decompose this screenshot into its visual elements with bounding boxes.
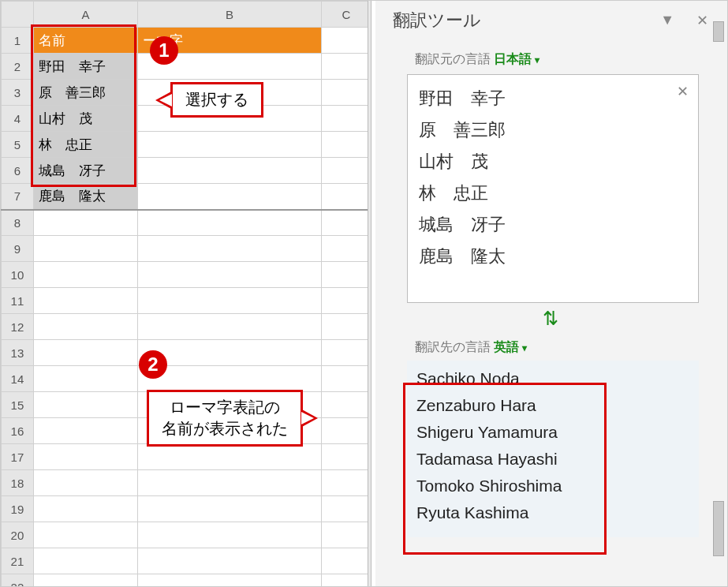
target-language-dropdown[interactable]: 英語▾ [494, 340, 527, 353]
row-header[interactable]: 2 [2, 54, 34, 80]
data-row-18[interactable]: 18 [2, 470, 371, 496]
row-header[interactable]: 9 [2, 236, 34, 262]
cell[interactable] [321, 470, 371, 496]
row-header[interactable]: 1 [2, 28, 34, 54]
row-header[interactable]: 13 [2, 340, 34, 366]
cell[interactable] [33, 366, 138, 392]
swap-languages-icon[interactable]: ⇅ [543, 308, 558, 329]
cell[interactable] [33, 496, 138, 522]
cell[interactable] [138, 236, 321, 262]
cell[interactable] [321, 548, 371, 574]
cell[interactable] [138, 158, 321, 184]
row-header[interactable]: 7 [2, 184, 34, 210]
cell[interactable] [33, 236, 138, 262]
row-header[interactable]: 6 [2, 158, 34, 184]
scroll-up-affordance[interactable] [713, 21, 724, 42]
data-row-22[interactable]: 22 [2, 574, 371, 588]
cell[interactable] [138, 262, 321, 288]
cell[interactable] [321, 574, 371, 588]
cell[interactable] [321, 314, 371, 340]
row-header[interactable]: 18 [2, 470, 34, 496]
cell[interactable] [138, 132, 321, 158]
cell[interactable] [321, 158, 371, 184]
cell[interactable] [321, 106, 371, 132]
cell[interactable] [321, 418, 371, 444]
cell[interactable] [138, 548, 321, 574]
cell[interactable] [321, 132, 371, 158]
cell[interactable] [321, 340, 371, 366]
cell[interactable] [321, 262, 371, 288]
pane-splitter[interactable] [368, 1, 371, 586]
cell[interactable] [33, 548, 138, 574]
cell-C1[interactable] [321, 28, 371, 54]
cell[interactable] [138, 288, 321, 314]
data-row-8[interactable]: 8 [2, 210, 371, 236]
cell[interactable] [33, 288, 138, 314]
row-header[interactable]: 12 [2, 314, 34, 340]
cell[interactable] [33, 470, 138, 496]
data-row-21[interactable]: 21 [2, 548, 371, 574]
cell[interactable] [33, 210, 138, 236]
row-header[interactable]: 4 [2, 106, 34, 132]
cell[interactable] [33, 262, 138, 288]
cell[interactable] [138, 574, 321, 588]
col-header-B[interactable]: B [138, 2, 321, 28]
data-row-11[interactable]: 11 [2, 288, 371, 314]
row-header[interactable]: 14 [2, 366, 34, 392]
scrollbar-thumb[interactable] [713, 501, 724, 556]
row-header[interactable]: 17 [2, 444, 34, 470]
row-header[interactable]: 11 [2, 288, 34, 314]
cell[interactable] [33, 574, 138, 588]
cell[interactable] [33, 340, 138, 366]
col-header-C[interactable]: C [321, 2, 371, 28]
cell[interactable] [321, 184, 371, 210]
data-row-20[interactable]: 20 [2, 522, 371, 548]
col-header-A[interactable]: A [33, 2, 138, 28]
cell[interactable] [138, 496, 321, 522]
cell[interactable] [33, 418, 138, 444]
row-header[interactable]: 15 [2, 392, 34, 418]
cell[interactable] [321, 54, 371, 80]
data-row-13[interactable]: 13 [2, 340, 371, 366]
source-language-dropdown[interactable]: 日本語▾ [494, 52, 539, 65]
row-header[interactable]: 22 [2, 574, 34, 588]
cell[interactable] [321, 210, 371, 236]
cell[interactable] [321, 496, 371, 522]
clear-source-icon[interactable]: ✕ [677, 83, 689, 100]
data-row-10[interactable]: 10 [2, 262, 371, 288]
cell[interactable] [321, 366, 371, 392]
cell[interactable] [138, 470, 321, 496]
select-all-corner[interactable] [2, 2, 34, 28]
row-header[interactable]: 3 [2, 80, 34, 106]
cell[interactable] [33, 444, 138, 470]
cell[interactable] [321, 288, 371, 314]
pane-menu-dropdown-icon[interactable]: ▼ [660, 12, 674, 29]
row-header[interactable]: 8 [2, 210, 34, 236]
cell[interactable] [33, 392, 138, 418]
row-header[interactable]: 20 [2, 522, 34, 548]
cell[interactable] [138, 184, 321, 210]
source-text-box[interactable]: ✕ 野田 幸子 原 善三郎 山村 茂 林 忠正 城島 冴子 鹿島 隆太 [407, 74, 699, 303]
cell[interactable] [33, 314, 138, 340]
row-header[interactable]: 19 [2, 496, 34, 522]
cell-A7[interactable]: 鹿島 隆太 [33, 184, 138, 210]
data-row-17[interactable]: 17 [2, 444, 371, 470]
cell[interactable] [321, 80, 371, 106]
cell[interactable] [138, 210, 321, 236]
cell[interactable] [138, 444, 321, 470]
cell[interactable] [321, 236, 371, 262]
data-row-14[interactable]: 14 [2, 366, 371, 392]
column-header-row[interactable]: A B C [2, 2, 371, 28]
row-header[interactable]: 16 [2, 418, 34, 444]
cell[interactable] [33, 522, 138, 548]
cell[interactable] [138, 522, 321, 548]
row-header[interactable]: 5 [2, 132, 34, 158]
data-row-19[interactable]: 19 [2, 496, 371, 522]
pane-close-icon[interactable]: ✕ [696, 12, 708, 29]
data-row-12[interactable]: 12 [2, 314, 371, 340]
data-row-7[interactable]: 7鹿島 隆太 [2, 184, 371, 210]
cell[interactable] [321, 444, 371, 470]
row-header[interactable]: 10 [2, 262, 34, 288]
cell[interactable] [138, 314, 321, 340]
row-header[interactable]: 21 [2, 548, 34, 574]
